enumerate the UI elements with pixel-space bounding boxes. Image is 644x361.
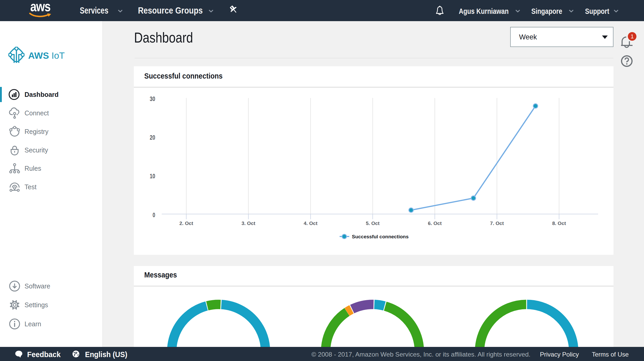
svg-text:30: 30 bbox=[150, 95, 155, 102]
svg-text:5. Oct: 5. Oct bbox=[366, 221, 380, 226]
svg-text:10: 10 bbox=[150, 173, 155, 180]
svg-text:Successful connections: Successful connections bbox=[352, 234, 409, 239]
svg-text:6. Oct: 6. Oct bbox=[428, 221, 442, 226]
svg-text:3. Oct: 3. Oct bbox=[242, 221, 255, 226]
svg-text:0: 0 bbox=[153, 211, 155, 218]
svg-text:20: 20 bbox=[150, 134, 155, 141]
svg-text:7. Oct: 7. Oct bbox=[490, 221, 504, 226]
svg-text:4. Oct: 4. Oct bbox=[304, 221, 317, 226]
svg-text:2. Oct: 2. Oct bbox=[179, 221, 193, 226]
svg-text:8. Oct: 8. Oct bbox=[552, 221, 566, 226]
